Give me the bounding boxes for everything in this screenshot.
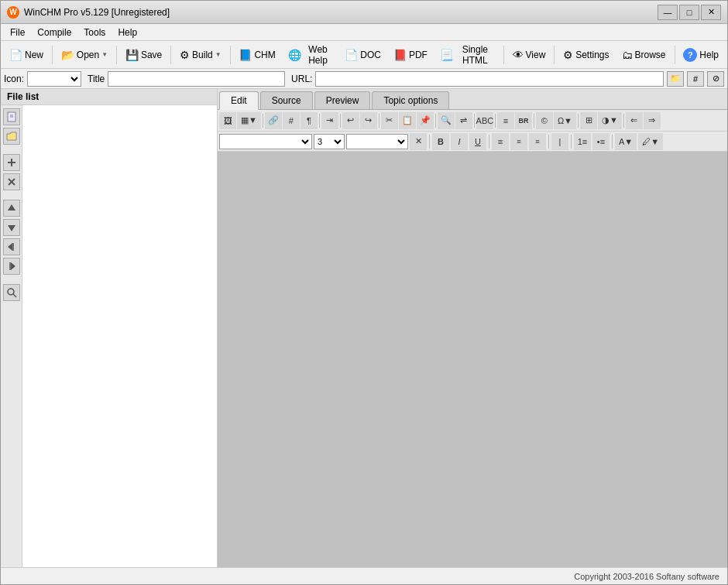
ed-btn-ul[interactable]: ≡	[497, 112, 514, 129]
url-clear-button[interactable]: ⊘	[707, 71, 724, 87]
new-folder-icon	[6, 131, 17, 142]
menu-tools[interactable]: Tools	[77, 26, 112, 39]
url-browse-button[interactable]: 📁	[667, 71, 684, 87]
menu-compile[interactable]: Compile	[31, 26, 77, 39]
ed-sep-tb2-2	[489, 135, 489, 149]
left-tb-indent-right[interactable]	[3, 258, 20, 275]
font-family-select[interactable]	[219, 134, 312, 149]
ed-btn-findreplace[interactable]: ⇌	[455, 112, 472, 129]
settings-button[interactable]: ⚙ Settings	[558, 44, 614, 66]
ed-btn-cut[interactable]: ✂	[381, 112, 398, 129]
ed-btn-underline[interactable]: U	[469, 133, 486, 150]
ed-btn-ol[interactable]: 1≡	[574, 133, 591, 150]
ed-btn-vline[interactable]: |	[551, 133, 568, 150]
build-button[interactable]: ⚙ Build ▼	[174, 44, 227, 66]
close-button[interactable]: ✕	[701, 5, 721, 20]
svg-line-14	[13, 294, 16, 297]
left-tb-move-down[interactable]	[3, 219, 20, 236]
pdf-button[interactable]: 📕 PDF	[388, 44, 433, 66]
singlehtml-icon: 📃	[440, 49, 453, 61]
url-anchor-button[interactable]: #	[687, 71, 704, 87]
font-size-select[interactable]: 3	[314, 134, 345, 149]
ed-btn-clear-format[interactable]: ✕	[410, 133, 427, 150]
tab-preview[interactable]: Preview	[314, 91, 371, 109]
ed-btn-image[interactable]: 🖼	[219, 112, 236, 129]
ed-btn-ul2[interactable]: •≡	[592, 133, 610, 150]
left-tb-new-topic[interactable]	[3, 108, 20, 125]
editor-area[interactable]	[218, 152, 727, 567]
webhelp-button[interactable]: 🌐 Web Help	[283, 44, 338, 66]
icon-select[interactable]	[27, 71, 81, 87]
left-tb-search[interactable]	[3, 284, 20, 301]
ed-btn-align-left[interactable]: ≡	[492, 133, 509, 150]
doc-label: DOC	[360, 50, 381, 60]
move-down-icon	[6, 222, 17, 233]
ed-btn-find[interactable]: 🔍	[438, 112, 455, 129]
ed-btn-outdent[interactable]: ⇐	[626, 112, 643, 129]
add-icon	[6, 157, 17, 168]
ed-btn-bold[interactable]: B	[432, 133, 449, 150]
ed-btn-indent2[interactable]: ⇒	[644, 112, 661, 129]
ed-btn-table[interactable]: ▦▼	[237, 112, 261, 129]
tab-edit[interactable]: Edit	[219, 91, 259, 110]
browse-button[interactable]: 🗂 Browse	[616, 44, 671, 66]
new-topic-icon	[6, 111, 17, 122]
icon-label: Icon:	[4, 74, 24, 84]
new-button[interactable]: 📄 New	[4, 44, 49, 66]
left-tb-new-folder[interactable]	[3, 128, 20, 145]
tab-topic-options[interactable]: Topic options	[372, 91, 449, 109]
help-button[interactable]: ? Help	[678, 44, 724, 66]
ed-btn-bg-color[interactable]: 🖊▼	[638, 133, 663, 150]
new-label: New	[25, 50, 43, 60]
view-button[interactable]: 👁 View	[507, 44, 551, 66]
title-input[interactable]	[108, 71, 285, 87]
ed-sep-1	[263, 114, 263, 128]
left-tb-move-up[interactable]	[3, 200, 20, 217]
ed-btn-spell[interactable]: ABC	[476, 112, 493, 129]
doc-button[interactable]: 📄 DOC	[339, 44, 386, 66]
left-panel: File list	[1, 89, 218, 567]
pdf-icon: 📕	[393, 49, 407, 61]
help-label: Help	[699, 50, 719, 60]
ed-btn-copy[interactable]: 📋	[399, 112, 416, 129]
left-tb-delete[interactable]	[3, 173, 20, 190]
ed-btn-format[interactable]: ◑▼	[598, 112, 622, 129]
title-bar-left: W WinCHM Pro v5.129 [Unregistered]	[7, 6, 170, 19]
left-content	[1, 105, 217, 567]
ed-btn-symbols[interactable]: Ω▼	[554, 112, 576, 129]
ed-btn-paste[interactable]: 📌	[417, 112, 434, 129]
ed-btn-paragraph[interactable]: ¶	[300, 112, 318, 129]
ed-btn-indent[interactable]: ⇥	[321, 112, 338, 129]
ed-sep-10	[623, 114, 624, 128]
maximize-button[interactable]: □	[679, 5, 699, 20]
ed-btn-redo[interactable]: ↪	[360, 112, 377, 129]
svg-marker-8	[8, 225, 15, 231]
ed-btn-br[interactable]: BR	[515, 112, 532, 129]
ed-btn-copyright[interactable]: ©	[536, 112, 553, 129]
singlehtml-button[interactable]: 📃 Single HTML	[434, 44, 500, 66]
open-button[interactable]: 📂 Open ▼	[56, 44, 113, 66]
font-style-select[interactable]	[346, 134, 408, 149]
ed-btn-hyperlink[interactable]: 🔗	[265, 112, 282, 129]
ed-btn-table2[interactable]: ⊞	[580, 112, 597, 129]
ed-btn-align-center[interactable]: ≡	[510, 133, 527, 150]
minimize-button[interactable]: —	[658, 5, 678, 20]
tab-source[interactable]: Source	[260, 91, 313, 109]
ed-btn-italic[interactable]: I	[451, 133, 468, 150]
ed-sep-5	[435, 114, 436, 128]
menu-file[interactable]: File	[4, 26, 31, 39]
toolbar-separator-4	[230, 46, 231, 64]
left-tb-add[interactable]	[3, 154, 20, 171]
ed-btn-font-color[interactable]: A▼	[615, 133, 637, 150]
indent-right-icon	[6, 261, 17, 272]
url-input[interactable]	[315, 71, 664, 87]
menu-help[interactable]: Help	[112, 26, 143, 39]
webhelp-label: Web Help	[304, 44, 332, 66]
title-bar-title: WinCHM Pro v5.129 [Unregistered]	[24, 7, 170, 18]
left-tb-indent-left[interactable]	[3, 238, 20, 255]
chm-button[interactable]: 📘 CHM	[233, 44, 280, 66]
save-button[interactable]: 💾 Save	[120, 44, 167, 66]
ed-btn-undo[interactable]: ↩	[342, 112, 359, 129]
ed-btn-anchor[interactable]: #	[283, 112, 300, 129]
ed-btn-align-right[interactable]: ≡	[529, 133, 546, 150]
